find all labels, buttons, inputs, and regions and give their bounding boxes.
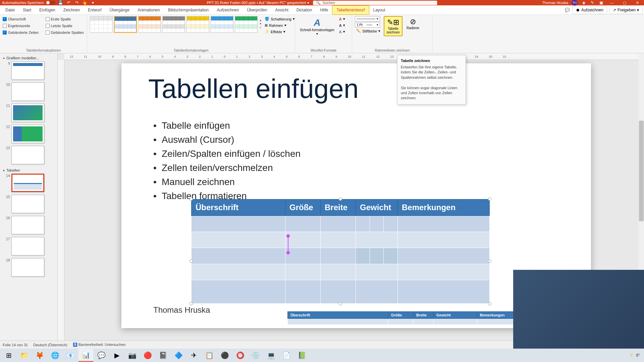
tab-dictation[interactable]: Dictation xyxy=(292,5,316,15)
sync-icon[interactable]: ◈ xyxy=(581,0,586,5)
table-object[interactable]: Überschrift Größe Breite Gewicht Bemerku… xyxy=(191,199,490,304)
start-button[interactable]: ⊞ xyxy=(1,349,16,362)
slide-thumb-11[interactable] xyxy=(11,104,44,122)
firefox-icon[interactable]: 🦊 xyxy=(32,349,47,362)
app-icon[interactable]: 🔷 xyxy=(171,349,186,362)
onenote-icon[interactable]: 📓 xyxy=(156,349,170,362)
save-icon[interactable]: 💾 xyxy=(58,0,63,5)
horizontal-ruler: 1211109876543210123456789101112131415161… xyxy=(64,53,644,60)
slide-thumb-13[interactable] xyxy=(11,146,44,164)
tab-hilfe[interactable]: Hilfe xyxy=(316,5,332,15)
slide-bullets[interactable]: Tabelle einfügen Auswahl (Cursor) Zeilen… xyxy=(148,119,301,203)
app-icon[interactable]: 💿 xyxy=(248,349,263,362)
group-label: Tabellenformatoptionen xyxy=(3,48,84,52)
column-resize-handle[interactable] xyxy=(288,236,288,253)
line-weight-select[interactable]: 1 Pt▾ xyxy=(355,22,380,27)
eraser-button[interactable]: ⊘ Radierer xyxy=(405,16,421,31)
quick-styles-button[interactable]: A Schnell-formatvorlagen ▾ xyxy=(298,16,336,37)
minimize-button[interactable]: — xyxy=(607,0,616,5)
slide-thumb-14[interactable] xyxy=(11,174,44,192)
more-icon[interactable]: ▾ xyxy=(90,0,96,5)
tab-layout[interactable]: Layout xyxy=(369,5,389,15)
tab-tabellenentwurf[interactable]: Tabellenentwurf xyxy=(332,5,369,15)
vlc-icon[interactable]: ▶ xyxy=(109,349,124,362)
slide-thumb-9[interactable] xyxy=(11,61,44,80)
app-icon[interactable]: 💬 xyxy=(94,349,109,362)
section-header[interactable]: Tabellen xyxy=(1,167,56,174)
slide-counter: Folie 14 von 31 xyxy=(3,343,28,347)
slide-thumb-17[interactable] xyxy=(11,237,44,255)
maximize-button[interactable]: ▢ xyxy=(620,0,629,5)
telegram-icon[interactable]: ✈ xyxy=(186,349,201,362)
tab-zeichnen[interactable]: Zeichnen xyxy=(59,5,84,15)
app-icon[interactable]: 🔴 xyxy=(140,349,155,362)
window-icon[interactable]: ▣ xyxy=(598,0,604,5)
slide-thumb-16[interactable] xyxy=(11,216,44,234)
app-icon[interactable]: ⭕ xyxy=(233,349,248,362)
gallery-more[interactable]: ▴▾▿ xyxy=(260,16,261,29)
check-gebaenderte-spalten[interactable]: Gebänderte Spalten xyxy=(46,29,85,36)
touch-mode-icon[interactable]: 👆 xyxy=(82,0,88,5)
obs-icon[interactable]: ⚫ xyxy=(217,349,232,362)
section-header[interactable]: Grafiken modellier... xyxy=(1,55,56,61)
check-ueberschrift[interactable]: Überschrift xyxy=(3,16,42,22)
user-avatar[interactable]: TH xyxy=(572,0,578,6)
chrome-icon[interactable]: 🌐 xyxy=(48,349,62,362)
weather-icon[interactable]: ⛅ 6° xyxy=(630,353,640,358)
group-label: Tabellenformatvorlagen xyxy=(90,48,292,52)
autosave-toggle[interactable]: Automatisches Speichern xyxy=(2,1,55,5)
slide-thumb-18[interactable] xyxy=(11,258,44,277)
tab-entwurf[interactable]: Entwurf xyxy=(84,5,106,15)
effects-button[interactable]: ✨ Effekte ▾ xyxy=(263,29,296,35)
tab-bildschirm[interactable]: Bildschirmpräsentation xyxy=(164,5,213,15)
excel-icon[interactable]: 📗 xyxy=(294,349,309,362)
tab-uebergaenge[interactable]: Übergänge xyxy=(106,5,133,15)
tab-ansicht[interactable]: Ansicht xyxy=(271,5,292,15)
close-button[interactable]: ✕ xyxy=(633,0,642,5)
slide-thumbnail-panel[interactable]: Grafiken modellier... 9 10 11 12 13 Tabe… xyxy=(0,53,58,352)
search-input[interactable]: 🔍 Suchen xyxy=(313,1,437,5)
line-style-select[interactable]: ▾ xyxy=(355,16,380,21)
table-styles-gallery[interactable] xyxy=(90,16,258,33)
comments-icon[interactable]: 💬 xyxy=(565,8,570,12)
edit-icon[interactable]: ✎ xyxy=(590,0,595,5)
vertical-ruler xyxy=(58,60,64,352)
draw-table-button[interactable]: ✎⊞ Tabelle zeichnen xyxy=(384,16,402,36)
text-fill-button[interactable]: A ▾ xyxy=(338,16,346,22)
check-gebaenderte-zeilen[interactable]: Gebänderte Zeilen xyxy=(3,29,42,36)
check-letzte-spalte[interactable]: Letzte Spalte xyxy=(46,23,85,29)
slide-thumb-10[interactable] xyxy=(11,82,44,101)
tab-aufzeichnen[interactable]: Aufzeichnen xyxy=(213,5,243,15)
ribbon-tabs: Datei Start Einfügen Zeichnen Entwurf Üb… xyxy=(0,5,644,15)
undo-icon[interactable]: ↶ xyxy=(66,0,71,5)
slide-title[interactable]: Tabellen einfügen xyxy=(148,73,359,104)
tooltip-draw-table: Tabelle zeichnen Entwerfen Sie Ihre eige… xyxy=(397,55,466,105)
check-ergebniszeile[interactable]: Ergebniszeile xyxy=(3,23,42,29)
text-effects-button[interactable]: A ▾ xyxy=(338,29,346,35)
tab-datei[interactable]: Datei xyxy=(1,5,19,15)
tab-ueberpruefen[interactable]: Überprüfen xyxy=(243,5,271,15)
explorer-icon[interactable]: 📁 xyxy=(17,349,32,362)
tab-einfuegen[interactable]: Einfügen xyxy=(35,5,59,15)
pen-color-button[interactable]: ✏️ Stiftfarbe ▾ xyxy=(355,28,382,34)
app-icon[interactable]: 📋 xyxy=(202,349,217,362)
tab-start[interactable]: Start xyxy=(19,5,35,15)
accessibility-check[interactable]: ♿ Barrierefreiheit: Untersuchen xyxy=(73,343,126,347)
shading-button[interactable]: 🪣 Schattierung ▾ xyxy=(263,16,296,22)
text-outline-button[interactable]: A ▾ xyxy=(338,22,346,28)
powerpoint-icon[interactable]: 📊 xyxy=(78,349,93,362)
app-icon[interactable]: 📷 xyxy=(125,349,140,362)
app-icon[interactable]: 💻 xyxy=(264,349,278,362)
app-icon[interactable]: 📄 xyxy=(279,349,294,362)
slide-thumb-12[interactable] xyxy=(11,125,44,143)
record-button[interactable]: ⏺ Aufzeichnen xyxy=(572,6,607,14)
tab-animationen[interactable]: Animationen xyxy=(133,5,164,15)
ribbon: Überschrift Erste Spalte Ergebniszeile L… xyxy=(0,15,644,53)
check-erste-spalte[interactable]: Erste Spalte xyxy=(46,16,85,22)
share-button[interactable]: ↗ Freigeben ▾ xyxy=(609,6,643,14)
redo-icon[interactable]: ↷ xyxy=(74,0,79,5)
borders-button[interactable]: ⊞ Rahmen ▾ xyxy=(263,22,296,28)
outlook-icon[interactable]: 📧 xyxy=(63,349,78,362)
slide-thumb-15[interactable] xyxy=(11,195,44,213)
language-indicator[interactable]: Deutsch (Österreich) xyxy=(33,343,67,347)
